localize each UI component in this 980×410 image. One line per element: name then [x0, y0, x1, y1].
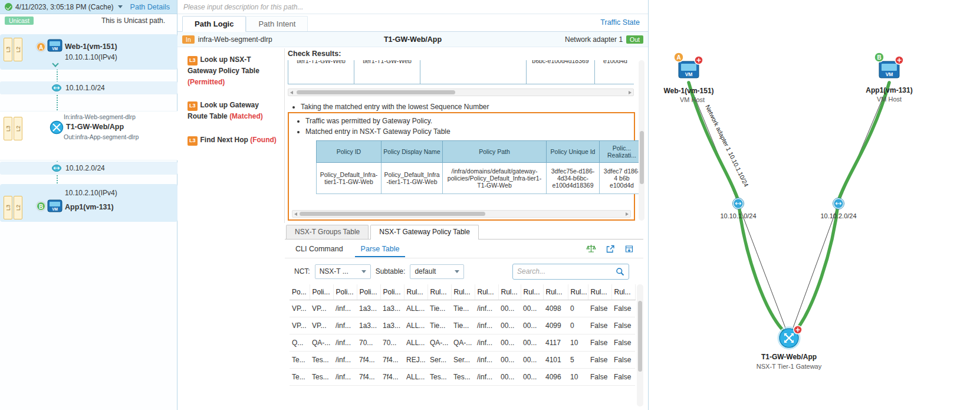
out-interface-label: Network adapter 1 [565, 35, 623, 44]
subtable-select[interactable]: default [410, 264, 464, 279]
layer2-badge[interactable]: L2 [14, 196, 22, 219]
table-cell: 10 [568, 334, 588, 352]
table-row[interactable]: Te...Tes.../inf...7f4...7f4...ALL...Tes.… [290, 369, 636, 386]
path-description-input[interactable] [183, 3, 642, 11]
vm-node-web1[interactable]: VM A [674, 53, 703, 78]
subtab-cli-command[interactable]: CLI Command [290, 241, 349, 257]
layer2-badge[interactable]: L2 [14, 117, 22, 140]
column-header: Rul... [451, 284, 475, 300]
scrollbar-thumb[interactable] [300, 212, 485, 216]
scroll-right-arrow-icon[interactable] [629, 91, 632, 94]
highlighted-result-box: Traffic was permitted by Gateway Policy.… [288, 112, 635, 221]
network-node-10-10-2[interactable] [833, 198, 844, 209]
table-cell: 70... [380, 334, 404, 352]
layer2-badge[interactable]: L2 [14, 38, 22, 61]
search-input[interactable] [517, 267, 616, 275]
table-cell: 7f4... [357, 369, 380, 386]
table-search-box[interactable] [512, 264, 629, 280]
network-node-10-10-1[interactable] [733, 198, 744, 209]
scroll-left-arrow-icon[interactable] [294, 212, 297, 216]
table-cell: False [611, 334, 635, 352]
search-icon[interactable] [616, 267, 624, 276]
table-row[interactable]: VP...VP.../inf...1a3...1a3...ALL...Tie..… [290, 300, 636, 317]
layer3-badge[interactable]: L3 [4, 38, 12, 61]
alert-plus-icon[interactable] [695, 56, 703, 64]
chevron-down-icon[interactable] [118, 5, 123, 8]
scrollbar-thumb[interactable] [297, 90, 455, 94]
export-table-icon[interactable] [624, 244, 634, 254]
nct-select[interactable]: NSX-T ... [315, 264, 371, 279]
table-cell: e100d4d [595, 60, 634, 84]
source-vm-name[interactable]: Web-1(vm-151) [65, 42, 117, 51]
scroll-left-arrow-icon[interactable] [290, 91, 293, 94]
chevron-down-icon [361, 270, 366, 273]
scroll-right-arrow-icon[interactable] [626, 212, 629, 216]
table-cell: False [588, 369, 611, 386]
result-bullet: Traffic was permitted by Gateway Policy. [305, 116, 630, 126]
vertical-scrollbar[interactable] [637, 284, 643, 406]
alert-plus-icon[interactable] [794, 326, 802, 334]
open-in-new-icon[interactable] [606, 244, 615, 254]
table-cell: Tie... [427, 317, 451, 334]
vertical-scrollbar[interactable] [639, 60, 644, 221]
tab-path-intent[interactable]: Path Intent [246, 16, 308, 31]
table-cell: VP... [310, 300, 333, 317]
tab-nsxt-gateway-policy-table[interactable]: NSX-T Gateway Policy Table [370, 225, 479, 240]
path-details-link[interactable]: Path Details [130, 3, 170, 11]
horizontal-scrollbar[interactable] [292, 210, 631, 218]
table-cell: False [611, 300, 635, 317]
topology-canvas[interactable]: Network adapter 1 10.10.1.10/24 10.10.1.… [649, 0, 980, 410]
table-row[interactable]: VP...VP.../inf...1a3...1a3...ALL...Tie..… [290, 317, 636, 334]
table-cell: /infra/domains/default/gateway-policies/… [443, 163, 547, 194]
tab-nsxt-groups-table[interactable]: NSX-T Groups Table [286, 225, 369, 239]
check-results-title: Check Results: [285, 48, 643, 58]
table-cell: /inf... [333, 334, 357, 352]
table-cell: Ser... [427, 352, 451, 369]
table-header-row[interactable]: Po...Poli...Poli...Poli...Poli...Rul...R… [290, 284, 636, 300]
path-tree: L3 L2 A VM Web-1(vm-151) 10.10.1.10(IPv4… [0, 27, 177, 410]
svg-text:B: B [877, 54, 881, 61]
compare-scale-icon[interactable] [586, 244, 596, 254]
layer3-badge[interactable]: L3 [4, 117, 12, 140]
gateway-name[interactable]: T1-GW-Web/App [66, 123, 124, 131]
scrollbar-thumb[interactable] [640, 131, 644, 184]
segment-row[interactable]: 10.10.1.0/24 [0, 81, 177, 94]
table-cell: VP... [290, 300, 310, 317]
tab-path-logic[interactable]: Path Logic [182, 16, 246, 32]
gateway-label[interactable]: T1-GW-Web/App [761, 353, 817, 361]
logic-step-next-hop[interactable]: L3Find Next Hop (Found) [183, 129, 284, 152]
table-cell: ALL... [404, 369, 427, 386]
path-timestamp[interactable]: 4/11/2023, 3:05:18 PM (Cache) [15, 3, 114, 11]
app-window: 4/11/2023, 3:05:18 PM (Cache) Path Detai… [0, 0, 980, 410]
table-cell [420, 60, 527, 84]
segment-label: 10.10.2.0/24 [65, 164, 105, 172]
subtab-parse-table[interactable]: Parse Table [355, 241, 406, 257]
gateway-sublabel: NSX-T Tier-1 Gateway [757, 363, 822, 370]
table-cell: 00... [521, 300, 543, 317]
table-cell: 1a3... [357, 300, 380, 317]
segment-row[interactable]: 10.10.2.0/24 [0, 162, 177, 175]
table-cell: 4096 [543, 369, 568, 386]
table-cell: 00... [521, 369, 543, 386]
vm-node-app1[interactable]: VM B [874, 53, 903, 78]
table-row[interactable]: Policy_Default_Infra-tier1-T1-GW-WebPoli… [317, 163, 644, 194]
traffic-state-link[interactable]: Traffic State [600, 18, 640, 27]
main-tab-bar: Path Logic Path Intent Traffic State [177, 14, 648, 32]
path-node-source[interactable] [0, 34, 177, 70]
network-segment-icon [52, 84, 61, 91]
scrollbar-thumb[interactable] [638, 301, 642, 372]
policy-match-table: Policy IDPolicy Display NamePolicy PathP… [316, 140, 644, 194]
alert-plus-icon[interactable] [895, 56, 903, 64]
column-header: Policy Unique Id [547, 141, 600, 163]
table-row[interactable]: Te...Tes.../inf...7f4...7f4...REJ...Ser.… [290, 352, 636, 369]
logic-step-policy-table[interactable]: L3Look up NSX-T Gateway Policy Table (Pe… [183, 48, 284, 94]
vm1-label[interactable]: Web-1(vm-151) [663, 87, 713, 95]
logic-step-route-table[interactable]: L3Look up Gateway Route Table (Matched) [183, 94, 284, 129]
svg-text:VM: VM [52, 47, 58, 51]
dest-vm-name[interactable]: App1(vm-131) [65, 203, 114, 211]
layer3-badge[interactable]: L3 [4, 196, 12, 219]
horizontal-scrollbar[interactable] [288, 88, 634, 96]
table-cell: QA-... [451, 334, 475, 352]
table-row[interactable]: Q...QA-.../inf...70...70...ALL...QA-...Q… [290, 334, 636, 352]
vm2-label[interactable]: App1(vm-131) [866, 86, 912, 94]
